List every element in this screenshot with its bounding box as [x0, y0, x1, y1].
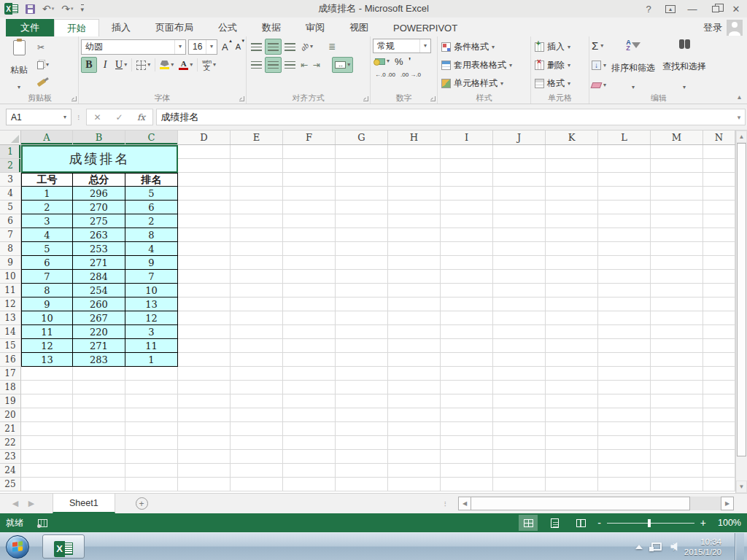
align-right-button[interactable] [282, 57, 298, 73]
cell-H9[interactable] [388, 256, 441, 270]
cell-A23[interactable] [21, 450, 73, 464]
tab-数据[interactable]: 数据 [249, 19, 293, 36]
cell-D12[interactable] [178, 298, 231, 311]
tab-页面布局[interactable]: 页面布局 [143, 19, 206, 36]
cell-C8[interactable]: 4 [125, 242, 178, 256]
cell-D14[interactable] [178, 325, 231, 339]
cell-D20[interactable] [178, 408, 231, 422]
alignment-dialog-launcher-icon[interactable] [363, 96, 368, 101]
cell-M1[interactable] [651, 145, 703, 159]
cell-N13[interactable] [703, 311, 735, 325]
cell-N9[interactable] [703, 256, 735, 270]
cell-E12[interactable] [231, 298, 283, 311]
cell-H17[interactable] [388, 367, 441, 381]
column-header-N[interactable]: N [703, 131, 735, 144]
insert-cells-button[interactable]: 插入▾ [533, 39, 587, 55]
cell-C14[interactable]: 3 [125, 325, 178, 339]
cell-E25[interactable] [231, 478, 283, 491]
cell-E18[interactable] [231, 381, 283, 394]
cell-D18[interactable] [178, 381, 231, 394]
cell-G15[interactable] [336, 339, 388, 353]
cell-A15[interactable]: 12 [21, 339, 73, 353]
cell-B19[interactable] [73, 394, 125, 408]
cell-G20[interactable] [336, 408, 388, 422]
row-header-22[interactable]: 22 [0, 436, 21, 450]
cell-K14[interactable] [546, 325, 598, 339]
vertical-scroll-thumb[interactable] [737, 143, 746, 456]
cell-K4[interactable] [546, 187, 598, 201]
format-painter-button[interactable] [37, 77, 49, 89]
cell-E9[interactable] [231, 256, 283, 270]
tab-file[interactable]: 文件 [6, 19, 54, 36]
cell-G14[interactable] [336, 325, 388, 339]
cell-M8[interactable] [651, 242, 703, 256]
column-header-J[interactable]: J [493, 131, 546, 144]
align-left-button[interactable] [249, 57, 264, 73]
cell-J13[interactable] [493, 311, 546, 325]
copy-button[interactable]: ▾ [37, 59, 49, 71]
cell-C21[interactable] [125, 422, 178, 436]
cell-H22[interactable] [388, 436, 441, 450]
cell-C20[interactable] [125, 408, 178, 422]
cell-I1[interactable] [441, 145, 493, 159]
column-header-F[interactable]: F [283, 131, 336, 144]
cell-D8[interactable] [178, 242, 231, 256]
page-break-view-button[interactable] [571, 515, 590, 531]
cell-K9[interactable] [546, 256, 598, 270]
cell-G24[interactable] [336, 464, 388, 478]
row-header-2[interactable]: 2 [0, 159, 21, 173]
customize-qat-icon[interactable]: ▾ [81, 4, 85, 13]
formula-bar[interactable]: 成绩排名 ▾ [156, 109, 746, 125]
cell-J7[interactable] [493, 228, 546, 242]
cell-C24[interactable] [125, 464, 178, 478]
cell-M22[interactable] [651, 436, 703, 450]
column-header-B[interactable]: B [73, 131, 125, 144]
cell-E13[interactable] [231, 311, 283, 325]
cell-N24[interactable] [703, 464, 735, 478]
cell-F11[interactable] [283, 284, 336, 298]
cell-B7[interactable]: 263 [73, 228, 125, 242]
cell-K17[interactable] [546, 367, 598, 381]
cell-F10[interactable] [283, 270, 336, 284]
cell-N11[interactable] [703, 284, 735, 298]
cell-M14[interactable] [651, 325, 703, 339]
cell-K21[interactable] [546, 422, 598, 436]
cell-C25[interactable] [125, 478, 178, 491]
cell-J21[interactable] [493, 422, 546, 436]
cell-N10[interactable] [703, 270, 735, 284]
cell-G18[interactable] [336, 381, 388, 394]
cell-B5[interactable]: 270 [73, 201, 125, 214]
cell-C22[interactable] [125, 436, 178, 450]
cell-H24[interactable] [388, 464, 441, 478]
cell-I8[interactable] [441, 242, 493, 256]
cell-I23[interactable] [441, 450, 493, 464]
cell-A20[interactable] [21, 408, 73, 422]
close-button[interactable]: ✕ [725, 1, 747, 17]
row-header-8[interactable]: 8 [0, 242, 21, 256]
cell-A9[interactable]: 6 [21, 256, 73, 270]
cell-E15[interactable] [231, 339, 283, 353]
cell-H10[interactable] [388, 270, 441, 284]
cell-D24[interactable] [178, 464, 231, 478]
cell-K22[interactable] [546, 436, 598, 450]
cell-I25[interactable] [441, 478, 493, 491]
cell-F2[interactable] [283, 159, 336, 173]
sheet-tab-sheet1[interactable]: Sheet1 [53, 494, 115, 513]
cell-B6[interactable]: 275 [73, 214, 125, 228]
cell-E11[interactable] [231, 284, 283, 298]
cell-H16[interactable] [388, 353, 441, 367]
cell-D11[interactable] [178, 284, 231, 298]
cell-J8[interactable] [493, 242, 546, 256]
formula-bar-grip[interactable]: ⁝ [77, 114, 80, 121]
cell-E21[interactable] [231, 422, 283, 436]
cell-M7[interactable] [651, 228, 703, 242]
cell-J5[interactable] [493, 201, 546, 214]
cell-H21[interactable] [388, 422, 441, 436]
select-all-corner[interactable] [0, 131, 21, 144]
cell-D10[interactable] [178, 270, 231, 284]
cell-J18[interactable] [493, 381, 546, 394]
middle-align-button[interactable] [265, 39, 282, 55]
cell-K1[interactable] [546, 145, 598, 159]
cell-B18[interactable] [73, 381, 125, 394]
cell-K20[interactable] [546, 408, 598, 422]
